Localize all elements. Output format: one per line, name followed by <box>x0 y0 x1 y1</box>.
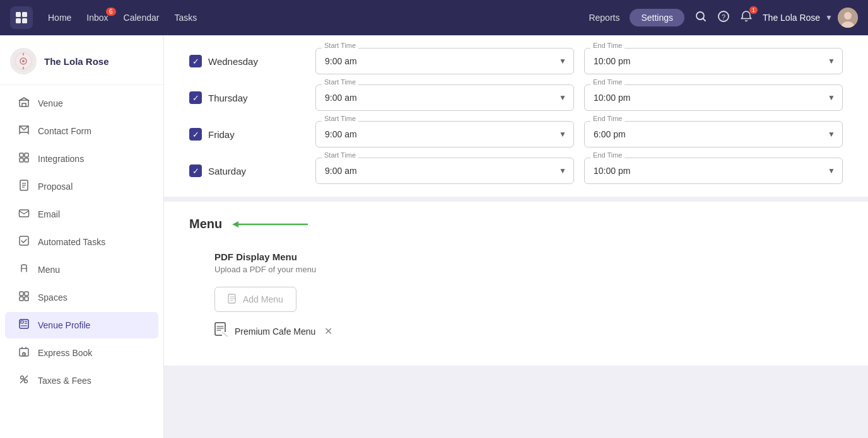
thursday-start-select[interactable]: 9:00 am <box>315 84 574 111</box>
notifications-icon[interactable]: 1 <box>740 10 753 26</box>
start-time-label: Start Time <box>322 78 358 86</box>
friday-end-select[interactable]: 6:00 pm <box>584 121 843 147</box>
svg-rect-33 <box>25 297 28 301</box>
nav-inbox[interactable]: Inbox 6 <box>86 13 108 23</box>
sidebar-venue-name: The Lola Rose <box>44 56 109 67</box>
proposal-icon <box>18 180 30 193</box>
menu-file-item: Premium Cafe Menu ✕ <box>214 322 818 340</box>
venue-profile-icon <box>18 318 30 332</box>
top-navigation: Home Inbox 6 Calendar Tasks Reports Sett… <box>0 0 868 35</box>
sidebar-label-spaces: Spaces <box>38 292 67 303</box>
sidebar-label-venue-profile: Venue Profile <box>38 320 90 330</box>
sidebar: The Lola Rose Venue Contact Form <box>0 35 164 438</box>
wednesday-end-select[interactable]: 10:00 pm <box>584 48 843 74</box>
venue-name-topnav: The Lola Rose <box>763 13 820 23</box>
svg-text:?: ? <box>722 13 725 20</box>
day-row-wednesday: ✓ Wednesday Start Time 9:00 am ▼ End Tim… <box>189 48 843 74</box>
spaces-icon <box>18 291 30 304</box>
pdf-display-title: PDF Display Menu <box>214 251 818 262</box>
wednesday-end-wrap: End Time 10:00 pm ▼ <box>584 48 843 74</box>
contact-form-icon <box>18 124 30 138</box>
svg-rect-17 <box>20 153 23 157</box>
friday-start-select[interactable]: 9:00 am <box>315 121 574 147</box>
svg-rect-20 <box>25 158 28 162</box>
day-row-thursday: ✓ Thursday Start Time 9:00 am ▼ End Time <box>189 84 843 111</box>
nav-settings-button[interactable]: Settings <box>630 9 684 26</box>
nav-reports[interactable]: Reports <box>589 13 619 23</box>
sidebar-item-proposal[interactable]: Proposal <box>5 173 158 200</box>
menu-section: Menu PDF Display Menu Upload a PDF of yo… <box>164 202 868 366</box>
automated-tasks-icon <box>18 235 30 249</box>
thursday-end-select[interactable]: 10:00 pm <box>584 84 843 111</box>
wednesday-start-wrap: Start Time 9:00 am ▼ <box>315 48 574 74</box>
thursday-times: Start Time 9:00 am ▼ End Time 10:00 pm ▼ <box>315 84 843 111</box>
sidebar-item-automated-tasks[interactable]: Automated Tasks <box>5 229 158 255</box>
add-menu-label: Add Menu <box>243 294 283 304</box>
sidebar-item-venue-profile[interactable]: Venue Profile <box>5 312 158 338</box>
svg-rect-1 <box>22 12 27 17</box>
sidebar-item-spaces[interactable]: Spaces <box>5 284 158 311</box>
svg-line-43 <box>20 376 28 383</box>
friday-checkbox-group: ✓ Friday <box>189 128 303 141</box>
app-logo[interactable] <box>10 6 33 29</box>
friday-times: Start Time 9:00 am ▼ End Time 6:00 pm ▼ <box>315 121 843 147</box>
thursday-checkbox[interactable]: ✓ <box>189 91 202 104</box>
svg-marker-45 <box>232 221 238 228</box>
nav-home[interactable]: Home <box>48 13 71 23</box>
start-time-label: Start Time <box>322 115 358 122</box>
start-time-label: Start Time <box>322 151 358 159</box>
main-layout: The Lola Rose Venue Contact Form <box>0 35 868 438</box>
menu-header: Menu <box>189 217 843 231</box>
svg-rect-26 <box>20 236 28 245</box>
remove-file-button[interactable]: ✕ <box>324 325 332 337</box>
wednesday-checkbox[interactable]: ✓ <box>189 55 202 67</box>
sidebar-item-taxes-fees[interactable]: Taxes & Fees <box>5 367 158 394</box>
venue-icon <box>18 96 30 110</box>
nav-tasks[interactable]: Tasks <box>174 13 197 23</box>
venue-selector[interactable]: The Lola Rose ▼ <box>763 8 858 28</box>
wednesday-start-select[interactable]: 9:00 am <box>315 48 574 74</box>
file-document-icon <box>214 322 228 340</box>
sidebar-label-email: Email <box>38 209 60 219</box>
sidebar-item-venue[interactable]: Venue <box>5 90 158 117</box>
svg-rect-3 <box>22 18 27 23</box>
friday-checkbox[interactable]: ✓ <box>189 128 202 141</box>
end-time-label: End Time <box>590 115 625 122</box>
venue-logo-inner <box>11 49 35 73</box>
main-content: ✓ Wednesday Start Time 9:00 am ▼ End Tim… <box>164 35 868 438</box>
day-row-saturday: ✓ Saturday Start Time 9:00 am ▼ End Time <box>189 158 843 184</box>
saturday-checkbox[interactable]: ✓ <box>189 164 202 177</box>
thursday-label: Thursday <box>208 93 248 103</box>
svg-point-9 <box>844 12 852 20</box>
pdf-display: PDF Display Menu Upload a PDF of your me… <box>189 251 843 340</box>
sidebar-label-automated-tasks: Automated Tasks <box>38 237 105 247</box>
nav-links: Home Inbox 6 Calendar Tasks <box>48 13 573 23</box>
sidebar-item-integrations[interactable]: Integrations <box>5 146 158 172</box>
checkmark-icon: ✓ <box>192 166 199 176</box>
sidebar-item-email[interactable]: Email <box>5 201 158 228</box>
add-menu-button[interactable]: Add Menu <box>214 287 296 312</box>
sidebar-label-proposal: Proposal <box>38 182 73 192</box>
svg-point-13 <box>22 60 25 62</box>
thursday-end-wrap: End Time 10:00 pm ▼ <box>584 84 843 111</box>
help-icon[interactable]: ? <box>717 10 730 26</box>
checkmark-icon: ✓ <box>192 130 199 139</box>
search-icon[interactable] <box>695 10 707 26</box>
checkmark-icon: ✓ <box>192 93 199 103</box>
end-time-label: End Time <box>590 42 625 49</box>
sidebar-item-contact-form[interactable]: Contact Form <box>5 118 158 144</box>
sidebar-item-express-book[interactable]: Express Book <box>5 340 158 366</box>
nav-calendar[interactable]: Calendar <box>124 13 160 23</box>
svg-rect-31 <box>25 292 28 296</box>
end-time-label: End Time <box>590 151 625 159</box>
wednesday-checkbox-group: ✓ Wednesday <box>189 55 303 67</box>
start-time-label: Start Time <box>322 42 358 49</box>
wednesday-times: Start Time 9:00 am ▼ End Time 10:00 pm ▼ <box>315 48 843 74</box>
saturday-end-select[interactable]: 10:00 pm <box>584 158 843 184</box>
integrations-icon <box>18 152 30 166</box>
sidebar-item-menu[interactable]: Menu <box>5 256 158 283</box>
menu-icon <box>18 263 30 277</box>
saturday-start-select[interactable]: 9:00 am <box>315 158 574 184</box>
venue-logo <box>10 48 37 74</box>
sidebar-label-integrations: Integrations <box>38 154 84 164</box>
